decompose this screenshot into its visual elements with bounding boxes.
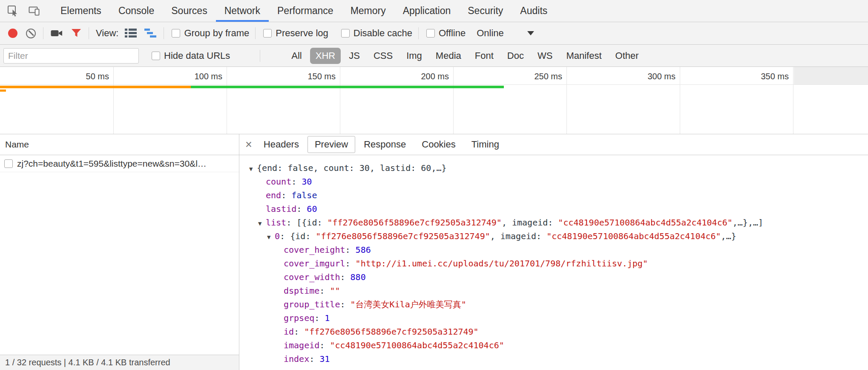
token-key: cover_width <box>284 272 340 282</box>
preview-tree: ▼{end: false, count: 30, lastid: 60,…}co… <box>239 155 868 370</box>
tab-network[interactable]: Network <box>216 0 269 22</box>
filter-type-ws[interactable]: WS <box>532 48 558 64</box>
disable-cache-label: Disable cache <box>354 28 412 39</box>
filter-type-xhr[interactable]: XHR <box>310 48 341 64</box>
tab-performance[interactable]: Performance <box>269 0 342 22</box>
token-plain: : <box>314 313 325 323</box>
token-key: grpseq <box>284 313 314 323</box>
filter-type-other[interactable]: Other <box>610 48 644 64</box>
large-request-rows-button[interactable] <box>124 27 138 39</box>
tree-line: dsptime: "" <box>239 284 868 298</box>
capture-screenshots-button[interactable] <box>49 27 64 39</box>
name-column-header[interactable]: Name <box>0 134 239 155</box>
toolbar-separator <box>255 27 256 39</box>
filter-type-all[interactable]: All <box>286 48 307 64</box>
tabbar-icon-group <box>0 0 46 22</box>
group-by-frame-label: Group by frame <box>184 28 249 39</box>
filter-type-media[interactable]: Media <box>430 48 467 64</box>
tab-audits[interactable]: Audits <box>512 0 556 22</box>
tab-security[interactable]: Security <box>459 0 512 22</box>
hide-data-urls-checkbox[interactable]: Hide data URLs <box>152 50 230 61</box>
filter-input[interactable] <box>3 48 139 64</box>
detail-tab-response[interactable]: Response <box>356 136 413 153</box>
toggle-device-toolbar-button[interactable] <box>27 4 42 18</box>
detail-tab-headers[interactable]: Headers <box>256 136 306 153</box>
chevron-down-icon <box>527 31 534 35</box>
name-column-label: Name <box>5 139 29 150</box>
list-view-icon <box>125 29 137 38</box>
filter-toggle-button[interactable] <box>70 27 83 39</box>
tab-console[interactable]: Console <box>110 0 163 22</box>
request-row[interactable]: zj?ch=beauty&t1=595&listtype=new&sn=30&l… <box>0 155 239 172</box>
clear-button[interactable] <box>25 27 37 40</box>
filter-type-font[interactable]: Font <box>469 48 499 64</box>
disable-cache-checkbox[interactable]: Disable cache <box>341 28 412 39</box>
filter-type-css[interactable]: CSS <box>368 48 398 64</box>
request-checkbox[interactable] <box>4 159 13 168</box>
throttling-select[interactable]: Online <box>477 28 534 39</box>
token-plain: {end: false, count: 30, lastid: 60,…} <box>257 163 447 173</box>
tree-line: group_title: "台湾美女Kila户外唯美写真" <box>239 298 868 311</box>
token-num: 60 <box>307 204 317 214</box>
detail-tab-cookies[interactable]: Cookies <box>414 136 463 153</box>
tree-line: grpseq: 1 <box>239 311 868 325</box>
token-str: "ff276e8056f58896e7cf92505a312749" <box>328 217 502 228</box>
overview-request-bar <box>191 86 504 88</box>
device-toolbar-icon <box>29 6 40 17</box>
token-str: "" <box>330 286 340 296</box>
toolbar-separator <box>43 27 43 39</box>
detail-tabs: HeadersPreviewResponseCookiesTiming <box>256 136 506 153</box>
token-plain: : [{id: <box>286 217 327 228</box>
tick-label: 350 ms <box>725 67 789 85</box>
show-overview-button[interactable] <box>143 27 158 39</box>
token-plain: : <box>319 286 330 296</box>
close-icon[interactable]: × <box>245 139 252 150</box>
offline-checkbox[interactable]: Offline <box>426 28 466 39</box>
tick-label: 100 ms <box>158 67 222 85</box>
tab-memory[interactable]: Memory <box>342 0 394 22</box>
tab-elements[interactable]: Elements <box>52 0 110 22</box>
tree-disclosure-arrow[interactable]: ▼ <box>249 162 257 176</box>
preserve-log-checkbox[interactable]: Preserve log <box>263 28 328 39</box>
filter-type-doc[interactable]: Doc <box>502 48 529 64</box>
token-plain: : <box>340 272 350 282</box>
resource-type-filters: AllXHRJSCSSImgMediaFontDocWSManifestOthe… <box>286 48 644 64</box>
waterfall-icon <box>144 29 156 38</box>
record-button[interactable] <box>7 27 19 39</box>
filter-type-js[interactable]: JS <box>343 48 365 64</box>
record-icon <box>8 29 17 38</box>
detail-tab-timing[interactable]: Timing <box>464 136 506 153</box>
checkbox-icon <box>263 29 272 38</box>
tree-line: lastid: 60 <box>239 202 868 216</box>
token-plain: : <box>345 245 356 255</box>
detail-tab-preview[interactable]: Preview <box>308 136 355 153</box>
timeline-overview[interactable]: 50 ms100 ms150 ms200 ms250 ms300 ms350 m… <box>0 67 868 134</box>
toolbar-separator <box>164 27 164 39</box>
token-num: 30 <box>302 176 312 187</box>
token-str: "cc48190e57100864abc4d55a2c4104c6" <box>558 217 732 228</box>
filter-type-manifest[interactable]: Manifest <box>560 48 607 64</box>
token-num: 586 <box>356 245 371 255</box>
tree-line: ▼list: [{id: "ff276e8056f58896e7cf92505a… <box>239 216 868 229</box>
token-key: lastid <box>266 204 296 214</box>
checkbox-icon <box>172 29 180 38</box>
toolbar-separator <box>89 27 89 39</box>
tab-application[interactable]: Application <box>394 0 460 22</box>
tree-line: imageid: "cc48190e57100864abc4d55a2c4104… <box>239 338 868 352</box>
request-name: zj?ch=beauty&t1=595&listtype=new&sn=30&l… <box>17 159 207 169</box>
token-plain: : <box>309 354 319 364</box>
tree-disclosure-arrow[interactable]: ▼ <box>267 230 275 244</box>
token-plain: : <box>319 340 330 350</box>
group-by-frame-checkbox[interactable]: Group by frame <box>172 28 249 39</box>
token-plain: : <box>294 327 304 337</box>
camera-icon <box>51 29 63 38</box>
tree-line: count: 30 <box>239 175 868 188</box>
checkbox-icon <box>341 29 350 38</box>
token-key: cover_imgurl <box>284 258 345 269</box>
filter-type-img[interactable]: Img <box>401 48 428 64</box>
tab-sources[interactable]: Sources <box>163 0 216 22</box>
inspect-element-button[interactable] <box>6 4 20 18</box>
tree-disclosure-arrow[interactable]: ▼ <box>258 217 266 230</box>
tree-line: ▼0: {id: "ff276e8056f58896e7cf92505a3127… <box>239 229 868 243</box>
tree-line: cover_width: 880 <box>239 270 868 284</box>
